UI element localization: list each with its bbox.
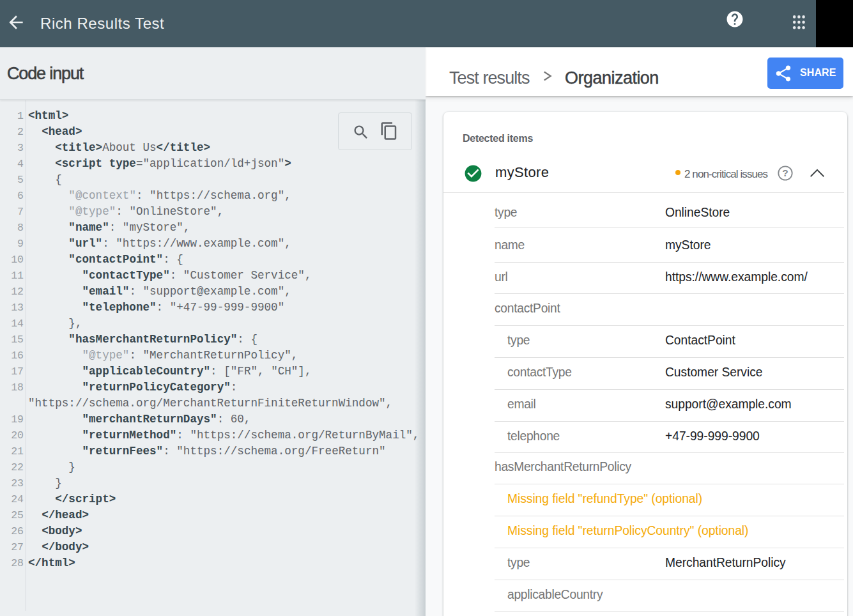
- svg-text:?: ?: [782, 167, 788, 178]
